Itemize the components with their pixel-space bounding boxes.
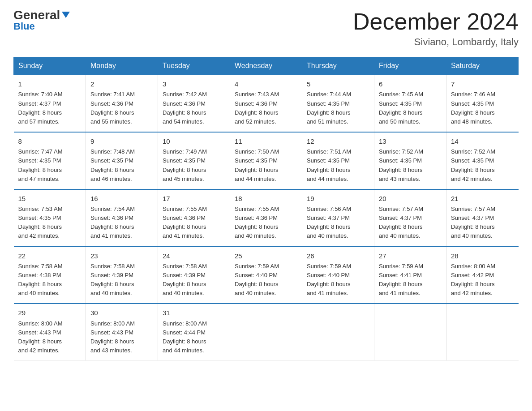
day-number: 7 [451, 79, 514, 89]
day-number: 13 [379, 136, 442, 146]
day-info: Sunrise: 7:58 AMSunset: 4:39 PMDaylight:… [163, 263, 207, 296]
svg-marker-0 [62, 12, 70, 18]
day-cell: 12Sunrise: 7:51 AMSunset: 4:35 PMDayligh… [302, 132, 374, 189]
day-number: 31 [163, 308, 225, 318]
day-number: 30 [90, 308, 153, 318]
day-info: Sunrise: 7:59 AMSunset: 4:40 PMDaylight:… [307, 263, 351, 296]
day-number: 11 [235, 136, 297, 146]
day-cell: 10Sunrise: 7:49 AMSunset: 4:35 PMDayligh… [158, 132, 230, 189]
day-cell: 29Sunrise: 8:00 AMSunset: 4:43 PMDayligh… [14, 304, 86, 360]
day-info: Sunrise: 8:00 AMSunset: 4:42 PMDaylight:… [451, 263, 495, 296]
day-info: Sunrise: 7:55 AMSunset: 4:36 PMDaylight:… [235, 206, 279, 239]
day-cell [446, 304, 519, 360]
day-info: Sunrise: 7:48 AMSunset: 4:35 PMDaylight:… [90, 148, 135, 182]
day-number: 9 [90, 136, 153, 146]
day-cell: 16Sunrise: 7:54 AMSunset: 4:36 PMDayligh… [86, 189, 158, 247]
col-wednesday: Wednesday [230, 57, 302, 75]
day-cell: 31Sunrise: 8:00 AMSunset: 4:44 PMDayligh… [158, 304, 230, 360]
day-info: Sunrise: 7:55 AMSunset: 4:36 PMDaylight:… [163, 206, 207, 239]
week-row-4: 22Sunrise: 7:58 AMSunset: 4:38 PMDayligh… [14, 247, 519, 304]
day-number: 29 [18, 308, 82, 318]
day-number: 25 [235, 251, 297, 261]
week-row-2: 8Sunrise: 7:47 AMSunset: 4:35 PMDaylight… [14, 132, 519, 189]
day-number: 14 [451, 136, 514, 146]
day-cell: 23Sunrise: 7:58 AMSunset: 4:39 PMDayligh… [86, 247, 158, 304]
day-cell: 1Sunrise: 7:40 AMSunset: 4:37 PMDaylight… [14, 75, 86, 132]
day-info: Sunrise: 7:52 AMSunset: 4:35 PMDaylight:… [379, 148, 423, 182]
day-cell: 21Sunrise: 7:57 AMSunset: 4:37 PMDayligh… [446, 189, 519, 247]
day-info: Sunrise: 7:42 AMSunset: 4:36 PMDaylight:… [163, 91, 207, 124]
day-number: 17 [163, 193, 225, 204]
day-cell: 20Sunrise: 7:57 AMSunset: 4:37 PMDayligh… [374, 189, 446, 247]
day-number: 24 [163, 251, 225, 261]
day-number: 18 [235, 193, 297, 204]
day-info: Sunrise: 7:54 AMSunset: 4:36 PMDaylight:… [90, 206, 135, 239]
day-info: Sunrise: 7:50 AMSunset: 4:35 PMDaylight:… [235, 148, 279, 182]
day-number: 1 [18, 79, 82, 89]
page-header: General Blue December 2024 Siviano, Lomb… [13, 9, 519, 48]
day-cell: 30Sunrise: 8:00 AMSunset: 4:43 PMDayligh… [86, 304, 158, 360]
day-cell: 22Sunrise: 7:58 AMSunset: 4:38 PMDayligh… [14, 247, 86, 304]
day-cell: 6Sunrise: 7:45 AMSunset: 4:35 PMDaylight… [374, 75, 446, 132]
day-info: Sunrise: 7:49 AMSunset: 4:35 PMDaylight:… [163, 148, 207, 182]
logo: General Blue [13, 9, 71, 32]
day-info: Sunrise: 7:52 AMSunset: 4:35 PMDaylight:… [451, 148, 495, 182]
day-info: Sunrise: 7:44 AMSunset: 4:35 PMDaylight:… [307, 91, 351, 124]
day-number: 12 [307, 136, 369, 146]
calendar-header: Sunday Monday Tuesday Wednesday Thursday… [14, 57, 519, 75]
day-info: Sunrise: 7:59 AMSunset: 4:41 PMDaylight:… [379, 263, 423, 296]
day-cell: 9Sunrise: 7:48 AMSunset: 4:35 PMDaylight… [86, 132, 158, 189]
day-number: 22 [18, 251, 82, 261]
day-info: Sunrise: 7:57 AMSunset: 4:37 PMDaylight:… [451, 206, 495, 239]
day-number: 8 [18, 136, 82, 146]
col-saturday: Saturday [446, 57, 519, 75]
day-number: 27 [379, 251, 442, 261]
logo-blue-text: Blue [13, 21, 35, 32]
day-cell: 5Sunrise: 7:44 AMSunset: 4:35 PMDaylight… [302, 75, 374, 132]
day-cell: 28Sunrise: 8:00 AMSunset: 4:42 PMDayligh… [446, 247, 519, 304]
day-cell: 14Sunrise: 7:52 AMSunset: 4:35 PMDayligh… [446, 132, 519, 189]
logo-general-text: General [13, 9, 60, 21]
day-number: 26 [307, 251, 369, 261]
day-info: Sunrise: 8:00 AMSunset: 4:43 PMDaylight:… [90, 320, 135, 354]
day-number: 19 [307, 193, 369, 204]
day-number: 16 [90, 193, 153, 204]
day-cell: 7Sunrise: 7:46 AMSunset: 4:35 PMDaylight… [446, 75, 519, 132]
day-number: 23 [90, 251, 153, 261]
day-info: Sunrise: 8:00 AMSunset: 4:43 PMDaylight:… [18, 320, 63, 354]
location-text: Siviano, Lombardy, Italy [353, 36, 519, 48]
day-cell [302, 304, 374, 360]
col-monday: Monday [86, 57, 158, 75]
day-cell: 27Sunrise: 7:59 AMSunset: 4:41 PMDayligh… [374, 247, 446, 304]
day-number: 3 [163, 79, 225, 89]
month-title: December 2024 [353, 9, 519, 34]
calendar-table: Sunday Monday Tuesday Wednesday Thursday… [13, 57, 519, 361]
day-cell: 4Sunrise: 7:43 AMSunset: 4:36 PMDaylight… [230, 75, 302, 132]
day-cell: 24Sunrise: 7:58 AMSunset: 4:39 PMDayligh… [158, 247, 230, 304]
week-row-1: 1Sunrise: 7:40 AMSunset: 4:37 PMDaylight… [14, 75, 519, 132]
day-info: Sunrise: 7:43 AMSunset: 4:36 PMDaylight:… [235, 91, 279, 124]
day-number: 15 [18, 193, 82, 204]
day-info: Sunrise: 7:59 AMSunset: 4:40 PMDaylight:… [235, 263, 279, 296]
day-info: Sunrise: 7:51 AMSunset: 4:35 PMDaylight:… [307, 148, 351, 182]
col-tuesday: Tuesday [158, 57, 230, 75]
day-number: 6 [379, 79, 442, 89]
week-row-5: 29Sunrise: 8:00 AMSunset: 4:43 PMDayligh… [14, 304, 519, 360]
day-cell [374, 304, 446, 360]
day-cell: 19Sunrise: 7:56 AMSunset: 4:37 PMDayligh… [302, 189, 374, 247]
day-info: Sunrise: 7:58 AMSunset: 4:38 PMDaylight:… [18, 263, 63, 296]
day-info: Sunrise: 7:40 AMSunset: 4:37 PMDaylight:… [18, 91, 63, 124]
calendar-body: 1Sunrise: 7:40 AMSunset: 4:37 PMDaylight… [14, 75, 519, 361]
day-cell: 11Sunrise: 7:50 AMSunset: 4:35 PMDayligh… [230, 132, 302, 189]
day-number: 28 [451, 251, 514, 261]
col-sunday: Sunday [14, 57, 86, 75]
day-cell: 2Sunrise: 7:41 AMSunset: 4:36 PMDaylight… [86, 75, 158, 132]
day-info: Sunrise: 7:53 AMSunset: 4:35 PMDaylight:… [18, 206, 63, 239]
day-info: Sunrise: 7:45 AMSunset: 4:35 PMDaylight:… [379, 91, 423, 124]
day-cell: 26Sunrise: 7:59 AMSunset: 4:40 PMDayligh… [302, 247, 374, 304]
day-cell: 15Sunrise: 7:53 AMSunset: 4:35 PMDayligh… [14, 189, 86, 247]
day-info: Sunrise: 7:46 AMSunset: 4:35 PMDaylight:… [451, 91, 495, 124]
logo-arrow-icon [61, 10, 71, 20]
logo-general-blue: General [13, 9, 71, 21]
col-friday: Friday [374, 57, 446, 75]
